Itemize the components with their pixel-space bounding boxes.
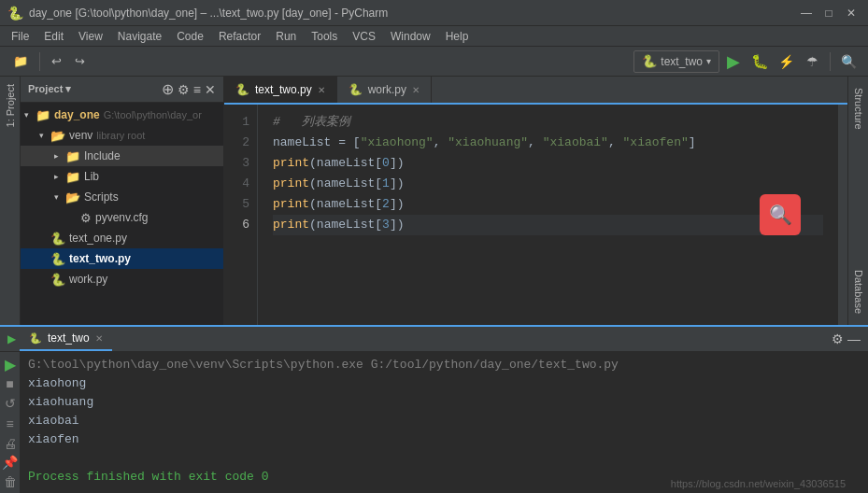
toolbar-redo-btn[interactable]: ↪ [69,52,91,70]
project-header-label: Project ▾ [28,83,158,95]
tab-work[interactable]: 🐍 work.py ✕ [337,77,432,103]
run-cmd-line: G:\tool\python\day_one\venv\Scripts\pyth… [28,356,861,374]
run-settings-btn[interactable]: ⚙ [832,331,844,346]
tree-item-venv[interactable]: ▾ 📂 venv library root [21,125,223,146]
tab-label-work: work.py [368,83,406,96]
editor-area: 🐍 text_two.py ✕ 🐍 work.py ✕ 1 2 3 4 [224,77,847,325]
tree-label-work: work.py [69,273,107,286]
titlebar-text: day_one [G:\tool\python\day_one] – ...\t… [29,7,797,20]
menu-navigate[interactable]: Navigate [110,28,169,45]
menu-edit[interactable]: Edit [36,28,71,45]
tree-item-include[interactable]: ▸ 📁 Include [21,146,223,166]
tree-item-text-two[interactable]: 🐍 text_two.py [21,248,223,269]
tab-close-text-two[interactable]: ✕ [318,85,325,95]
toolbar-project-btn[interactable]: 📁 [7,52,34,70]
code-line-1: # 列表案例 [273,112,823,133]
run-tab-active[interactable]: 🐍 text_two ✕ [20,327,112,351]
run-config-selector[interactable]: 🐍 text_two ▾ [633,50,719,73]
app-icon: 🐍 [7,6,23,21]
run-tab-close[interactable]: ✕ [95,333,103,344]
menu-code[interactable]: Code [169,28,211,45]
tree-item-lib[interactable]: ▸ 📁 Lib [21,166,223,187]
close-button[interactable]: ✕ [842,4,861,22]
menu-window[interactable]: Window [383,28,438,45]
project-add-btn[interactable]: ⊕ [162,80,174,98]
left-panel-toggle[interactable]: 1: Project [0,77,21,325]
tree-label-include: Include [84,149,121,162]
config-icon: 🐍 [642,54,657,68]
project-more-btn[interactable]: ≡ [193,82,201,97]
menu-run[interactable]: Run [268,28,304,45]
editor-scrollbar[interactable] [838,105,847,325]
run-panel-header: ▶ 🐍 text_two ✕ ⚙ — [0,327,868,352]
tree-label-scripts: Scripts [84,190,119,204]
tree-item-work[interactable]: 🐍 work.py [21,269,223,289]
menu-view[interactable]: View [71,28,110,45]
run-blank [28,449,861,468]
toolbar-search-btn[interactable]: 🔍 [836,49,861,74]
project-settings-btn[interactable]: ⚙ [178,82,190,97]
right-gutter: Structure Database [847,77,868,325]
run-pin-btn[interactable]: 📌 [0,454,21,472]
menu-tools[interactable]: Tools [304,28,345,45]
tree-path-day-one: G:\tool\python\day_or [104,109,202,120]
run-panel-icon: ▶ [7,332,16,345]
debug-button[interactable]: 🐛 [747,49,772,74]
run-tab-icon: 🐍 [29,332,42,345]
tree-venv-extra: library root [96,130,145,141]
run-panel-close-btn[interactable]: — [847,331,861,346]
tab-close-work[interactable]: ✕ [412,85,420,95]
run-output-line-2: xiaohuang [28,393,861,412]
database-panel-toggle[interactable]: Database [851,266,866,317]
menubar: File Edit View Navigate Code Refactor Ru… [0,26,868,47]
run-play-btn[interactable]: ▶ [0,356,21,373]
menu-vcs[interactable]: VCS [345,28,383,45]
run-trash-btn[interactable]: 🗑 [0,473,21,491]
maximize-button[interactable]: □ [819,4,838,22]
code-line-4: print ( nameList [ 1 ] ) [273,174,823,194]
toolbar-undo-btn[interactable]: ↩ [46,52,67,70]
coverage-button[interactable]: ☂ [800,49,824,74]
toolbar: 📁 ↩ ↪ 🐍 text_two ▾ ▶ 🐛 ⚡ ☂ 🔍 [0,47,868,77]
search-overlay-icon: 🔍 [769,204,792,226]
titlebar: 🐍 day_one [G:\tool\python\day_one] – ...… [0,0,868,26]
tab-icon-text-two: 🐍 [235,83,249,96]
code-line-3: print ( nameList [ 0 ] ) [273,153,823,174]
tree-item-text-one[interactable]: 🐍 text_one.py [21,228,223,248]
menu-file[interactable]: File [4,28,36,45]
search-overlay-btn[interactable]: 🔍 [760,194,801,235]
run-output-line-3: xiaobai [28,412,861,430]
minimize-button[interactable]: — [797,4,816,22]
run-output-line-4: xiaofen [28,430,861,449]
config-label: text_two [661,55,703,68]
project-collapse-btn[interactable]: ✕ [205,82,216,97]
run-list-btn[interactable]: ≡ [0,416,21,433]
code-line-6: print ( nameList [ 3 ] ) [273,215,823,235]
code-content[interactable]: # 列表案例 nameList = [ "xiaohong" , "xiaohu… [258,105,838,325]
code-view[interactable]: 1 2 3 4 5 6 # 列表案例 nameList = [224,105,847,325]
project-panel-label[interactable]: 1: Project [3,80,18,131]
tab-label-text-two: text_two.py [255,83,312,96]
run-output: G:\tool\python\day_one\venv\Scripts\pyth… [21,352,868,493]
run-button[interactable]: ▶ [721,49,746,74]
tree-label-day-one: day_one [54,108,100,121]
project-panel-header: Project ▾ ⊕ ⚙ ≡ ✕ [21,77,223,103]
tree-item-day-one[interactable]: ▾ 📁 day_one G:\tool\python\day_or [21,105,223,125]
run-print-btn[interactable]: 🖨 [0,435,21,453]
tree-item-scripts[interactable]: ▾ 📂 Scripts [21,187,223,207]
profile-button[interactable]: ⚡ [774,49,798,74]
editor-tabs: 🐍 text_two.py ✕ 🐍 work.py ✕ [224,77,847,105]
tab-icon-work: 🐍 [349,83,363,96]
menu-help[interactable]: Help [438,28,477,45]
project-panel: Project ▾ ⊕ ⚙ ≡ ✕ ▾ 📁 day_one G:\tool\py… [21,77,224,325]
run-output-line-1: xiaohong [28,374,861,393]
run-rerun-btn[interactable]: ↺ [0,395,21,413]
config-dropdown-icon: ▾ [706,56,711,66]
tab-text-two[interactable]: 🐍 text_two.py ✕ [224,77,337,103]
menu-refactor[interactable]: Refactor [211,28,268,45]
tree-label-pyvenv: pyvenv.cfg [95,211,148,224]
tree-item-pyvenv[interactable]: ⚙ pyvenv.cfg [21,207,223,228]
run-tab-label: text_two [48,331,90,345]
run-stop-btn[interactable]: ■ [0,375,21,393]
structure-panel-toggle[interactable]: Structure [851,84,866,134]
